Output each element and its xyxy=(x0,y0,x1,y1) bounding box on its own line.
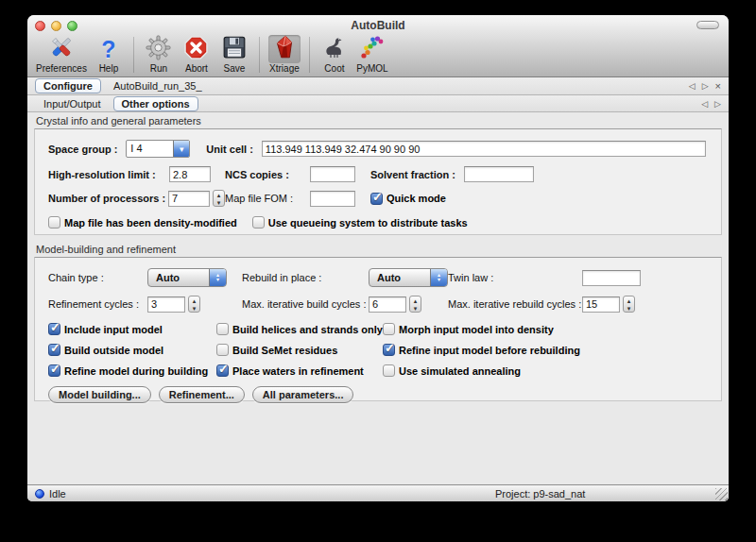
toolbar-item-label: Coot xyxy=(324,63,344,74)
options-panel: Crystal info and general parameters Spac… xyxy=(27,112,729,484)
window-title: AutoBuild xyxy=(27,19,729,32)
twin-law-field[interactable] xyxy=(582,270,641,286)
space-group-value: I 4 xyxy=(127,141,173,157)
tab-scroll-left-icon[interactable]: ◁ xyxy=(689,81,696,91)
help-icon: ? xyxy=(101,37,115,61)
density-modified-checkbox[interactable]: Map file has been density-modified xyxy=(48,216,237,229)
stepper-up-icon[interactable]: ▴ xyxy=(217,191,221,198)
solvent-fraction-label: Solvent fraction : xyxy=(370,169,464,180)
queueing-checkbox[interactable]: Use queueing system to distribute tasks xyxy=(252,216,468,229)
pymol-helix-icon xyxy=(359,34,386,64)
build-helices-checkbox[interactable]: Build helices and strands only xyxy=(216,323,383,335)
abort-button[interactable]: Abort xyxy=(180,35,213,74)
toolbar-toggle-button[interactable] xyxy=(696,21,719,29)
all-parameters-button[interactable]: All parameters... xyxy=(252,386,354,403)
checkbox-box xyxy=(252,216,265,229)
num-processors-stepper[interactable]: ▴ ▾ xyxy=(213,190,225,207)
checkbox-box xyxy=(383,344,395,356)
status-indicator-icon xyxy=(35,489,44,499)
checkbox-box xyxy=(48,344,60,356)
build-cycles-stepper[interactable]: ▴▾ xyxy=(409,296,421,313)
refinement-cycles-stepper[interactable]: ▴▾ xyxy=(188,296,200,313)
checkbox-box xyxy=(48,323,60,335)
build-cycles-label: Max. iterative build cycles : xyxy=(242,298,369,310)
model-section-title: Model-building and refinement xyxy=(34,243,722,257)
num-processors-field[interactable] xyxy=(168,191,210,207)
toolbar-item-label: Xtriage xyxy=(269,63,300,74)
tab-input-output[interactable]: Input/Output xyxy=(35,96,110,111)
tab-scroll-right-icon[interactable]: ▷ xyxy=(702,81,709,91)
checkbox-box xyxy=(216,364,229,377)
checkbox-box xyxy=(48,216,60,229)
simulated-annealing-checkbox[interactable]: Use simulated annealing xyxy=(383,364,721,377)
checkbox-box xyxy=(48,364,60,377)
checkbox-box xyxy=(370,193,383,205)
toolbar-separator xyxy=(133,37,134,73)
tab-autobuild-run[interactable]: AutoBuild_run_35_ xyxy=(105,78,211,93)
preferences-button[interactable]: Preferences xyxy=(36,35,87,74)
morph-input-model-checkbox[interactable]: Morph input model into density xyxy=(383,323,721,335)
rebuild-in-place-label: Rebuild in place : xyxy=(242,272,369,283)
tab-configure[interactable]: Configure xyxy=(35,78,101,93)
ncs-copies-field[interactable] xyxy=(310,166,355,182)
solvent-fraction-field[interactable] xyxy=(464,166,534,182)
save-button[interactable]: Save xyxy=(218,35,250,74)
refinement-cycles-field[interactable] xyxy=(147,296,185,313)
tab-close-icon[interactable]: × xyxy=(715,80,721,92)
rebuild-cycles-field[interactable] xyxy=(582,296,620,313)
popup-arrows-icon[interactable]: ▴▾ xyxy=(430,269,447,286)
coot-bird-icon xyxy=(321,34,348,64)
toolbar-item-label: Save xyxy=(224,63,246,74)
coot-button[interactable]: Coot xyxy=(318,35,351,74)
space-group-combobox[interactable]: I 4 ▾ xyxy=(126,140,190,158)
toolbar: Preferences ? Help xyxy=(33,35,391,76)
window-header: AutoBuild xyxy=(27,15,729,77)
resize-grip[interactable] xyxy=(715,488,728,500)
space-group-label: Space group : xyxy=(48,144,117,155)
subtab-scroll-right-icon[interactable]: ▷ xyxy=(714,99,721,109)
save-floppy-icon xyxy=(222,35,247,63)
model-building-button[interactable]: Model building... xyxy=(48,386,151,403)
unit-cell-field[interactable] xyxy=(262,141,706,157)
chain-type-popup[interactable]: Auto ▴▾ xyxy=(147,268,227,287)
combo-dropdown-icon[interactable]: ▾ xyxy=(173,141,189,157)
build-outside-model-checkbox[interactable]: Build outside model xyxy=(48,344,216,356)
rebuild-cycles-stepper[interactable]: ▴▾ xyxy=(623,296,635,313)
chain-type-value: Auto xyxy=(148,269,209,286)
rebuild-in-place-popup[interactable]: Auto ▴▾ xyxy=(369,268,448,287)
help-button[interactable]: ? Help xyxy=(93,35,125,74)
subtab-scroll-left-icon[interactable]: ◁ xyxy=(701,99,708,109)
refinement-cycles-label: Refinement cycles : xyxy=(48,298,147,310)
map-fom-label: Map file FOM : xyxy=(225,193,310,204)
place-waters-checkbox[interactable]: Place waters in refinement xyxy=(216,364,383,377)
toolbar-item-label: Help xyxy=(99,63,119,74)
quick-mode-checkbox[interactable]: Quick mode xyxy=(370,193,446,205)
crystal-section-box: Space group : I 4 ▾ Unit cell : High-res… xyxy=(34,128,722,235)
toolbar-item-label: PyMOL xyxy=(356,63,387,74)
build-semet-checkbox[interactable]: Build SeMet residues xyxy=(216,344,383,356)
xtriage-button[interactable]: Xtriage xyxy=(268,35,301,74)
tab-other-options[interactable]: Other options xyxy=(113,96,198,111)
refine-during-building-checkbox[interactable]: Refine model during building xyxy=(48,364,216,377)
include-input-model-checkbox[interactable]: Include input model xyxy=(48,323,216,335)
crystal-section-title: Crystal info and general parameters xyxy=(34,114,722,128)
toolbar-item-label: Run xyxy=(150,63,167,74)
popup-arrows-icon[interactable]: ▴▾ xyxy=(209,269,226,286)
run-gear-icon xyxy=(146,35,171,64)
unit-cell-label: Unit cell : xyxy=(206,144,253,155)
map-fom-field[interactable] xyxy=(310,191,355,207)
titlebar[interactable]: AutoBuild xyxy=(27,15,729,35)
autobuild-window: AutoBuild xyxy=(27,15,729,501)
abort-stop-icon xyxy=(183,35,209,64)
rebuild-cycles-label: Max. iterative rebuild cycles : xyxy=(448,298,582,310)
checkbox-box xyxy=(216,344,229,356)
high-res-field[interactable] xyxy=(169,166,211,182)
sub-tab-bar: Input/Output Other options ◁ ▷ xyxy=(27,95,729,112)
stepper-down-icon[interactable]: ▾ xyxy=(217,198,221,206)
build-cycles-field[interactable] xyxy=(369,296,406,313)
main-tab-bar: Configure AutoBuild_run_35_ ◁ ▷ × xyxy=(27,77,729,95)
pymol-button[interactable]: PyMOL xyxy=(356,35,388,74)
refinement-button[interactable]: Refinement... xyxy=(159,386,245,403)
run-button[interactable]: Run xyxy=(143,35,175,74)
refine-before-rebuild-checkbox[interactable]: Refine input model before rebuilding xyxy=(383,344,721,356)
